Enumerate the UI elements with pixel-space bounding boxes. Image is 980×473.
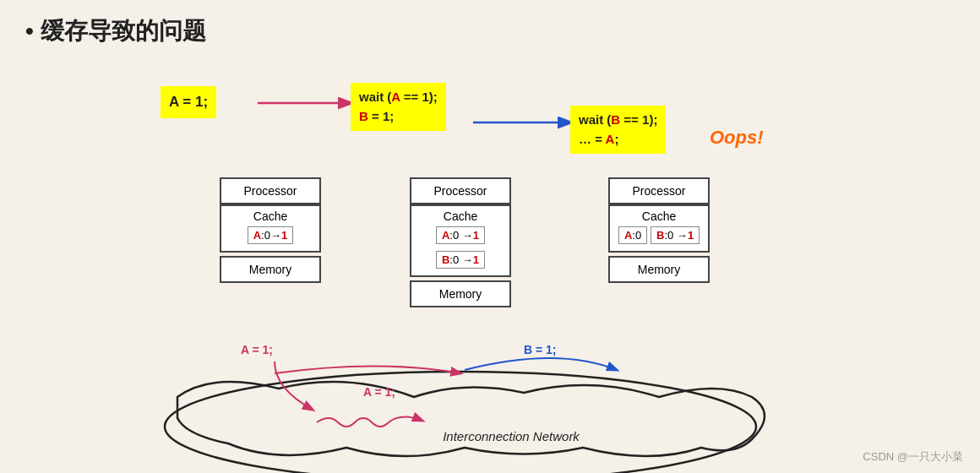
- cpu-unit-3: Processor Cache A:0 B:0 →1 Memory: [608, 177, 710, 283]
- cache-3: Cache A:0 B:0 →1: [608, 204, 710, 253]
- cache-2: Cache A:0 →1 B:0 →1: [410, 204, 511, 277]
- processor-2-label: Processor: [410, 177, 511, 204]
- diagram-area: A = 1; wait (A == 1); B = 1; wait (B == …: [110, 59, 912, 456]
- oops-label: Oops!: [710, 127, 764, 149]
- label-a2: A = 1;: [363, 385, 395, 399]
- code-box-3: wait (B == 1); … = A;: [570, 106, 666, 154]
- cache-3-content-a: A:0: [618, 226, 647, 244]
- title: •缓存导致的问题: [0, 0, 980, 56]
- watermark: CSDN @一只大小菜: [863, 449, 963, 465]
- code-box-2: wait (A == 1); B = 1;: [351, 83, 446, 131]
- cache-1: Cache A:0→1: [220, 204, 321, 253]
- memory-1: Memory: [220, 256, 321, 283]
- network-label: Interconnection Network: [443, 429, 580, 443]
- memory-2: Memory: [410, 280, 511, 307]
- cache-3-content-b: B:0 →1: [651, 226, 700, 244]
- cache-2-content-a: A:0 →1: [436, 226, 485, 244]
- svg-point-2: [165, 372, 756, 473]
- cache-1-content: A:0→1: [248, 226, 293, 244]
- label-a1: A = 1;: [241, 343, 273, 356]
- cpu-unit-2: Processor Cache A:0 →1 B:0 →1 Memory: [410, 177, 511, 307]
- memory-3: Memory: [608, 256, 710, 283]
- processor-3-label: Processor: [608, 177, 710, 204]
- cache-2-content-b: B:0 →1: [436, 251, 485, 269]
- code-box-1: A = 1;: [161, 86, 216, 118]
- bullet: •: [25, 18, 34, 44]
- processor-1-label: Processor: [220, 177, 321, 204]
- label-b1: B = 1;: [524, 343, 557, 356]
- cpu-unit-1: Processor Cache A:0→1 Memory: [220, 177, 321, 283]
